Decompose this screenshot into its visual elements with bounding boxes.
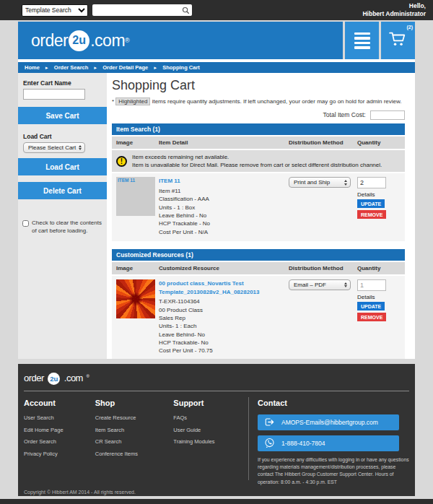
item-quantity-input[interactable] xyxy=(357,177,386,188)
warning-line-1: Item exceeds remaining net available. xyxy=(132,153,382,161)
site-header: order 2u .com ® (2) xyxy=(18,22,415,59)
item-search-section: Item Search (1) Image Item Detail Distri… xyxy=(112,123,405,241)
contact-phone-button[interactable]: 1-888-410-7804 xyxy=(258,435,399,451)
item-details-link[interactable]: Details xyxy=(357,191,401,198)
clear-cart-checkbox-label: Check to clear the contents of cart befo… xyxy=(32,220,102,235)
breadcrumb-arrow-icon: ► xyxy=(93,66,97,70)
total-cost-label: Total Item Cost: xyxy=(323,111,366,118)
footer-link-cr-search[interactable]: CR Search xyxy=(95,438,174,445)
delete-cart-button[interactable]: Delete Cart xyxy=(18,182,107,199)
footer-heading-account: Account xyxy=(24,399,95,407)
item-detail-line: Units - 1 : Box xyxy=(159,204,289,212)
item-image[interactable]: ITEM 11 xyxy=(116,177,155,216)
resource-update-button[interactable]: UPDATE xyxy=(357,302,385,310)
cart-button[interactable]: (2) xyxy=(381,22,415,59)
footer-link-conference-items[interactable]: Conference Items xyxy=(95,451,174,457)
resource-thumbnail-image[interactable] xyxy=(116,279,155,318)
footer-link-user-guide[interactable]: User Guide xyxy=(173,427,248,433)
resource-detail-line: Units- 1 : Each xyxy=(159,322,289,330)
search-category-select[interactable]: Template Search xyxy=(22,4,88,17)
breadcrumb-arrow-icon: ► xyxy=(45,66,49,70)
item-detail-line: Item #11 xyxy=(159,187,289,195)
resource-remove-button[interactable]: REMOVE xyxy=(357,313,386,321)
footer-link-order-search[interactable]: Order Search xyxy=(24,438,95,445)
footer-heading-shop: Shop xyxy=(95,399,174,407)
footer-support-column: Support FAQs User Guide Training Modules xyxy=(173,397,248,486)
breadcrumb-home[interactable]: Home xyxy=(25,64,40,71)
top-utility-bar: Template Search Hello, Hibbert Administr… xyxy=(0,0,433,20)
item-distribution-value: Print and Ship xyxy=(294,179,330,186)
footer-shop-column: Shop Create Resource Item Search CR Sear… xyxy=(95,397,174,486)
site-footer: order 2u .com ® Account User Search Edit… xyxy=(18,364,415,496)
resource-title-link[interactable]: 00 product class_Novartis Test xyxy=(159,279,289,288)
select-arrows-icon xyxy=(79,145,82,151)
resource-detail-line: 00 Product Class xyxy=(159,306,289,314)
menu-button[interactable] xyxy=(345,22,379,59)
highlighted-tag: Highlighted xyxy=(115,97,150,105)
cart-name-label: Enter Cart Name xyxy=(23,79,102,87)
search-input[interactable] xyxy=(92,6,182,14)
footer-link-privacy-policy[interactable]: Privacy Policy xyxy=(24,451,95,457)
footer-account-column: Account User Search Edit Home Page Order… xyxy=(24,397,95,486)
item-detail-line: Cost Per Unit - N/A xyxy=(159,228,289,236)
save-cart-button[interactable]: Save Cart xyxy=(18,107,107,124)
item-update-button[interactable]: UPDATE xyxy=(357,199,385,208)
highlight-note: * Highlighted items require quantity adj… xyxy=(112,98,405,105)
cart-icon xyxy=(388,30,408,51)
warning-line-2: Item is unavailable for Direct Mail. Ple… xyxy=(132,161,382,169)
resource-distribution-select[interactable]: Email – PDF xyxy=(289,279,351,290)
breadcrumb-shopping-cart: Shopping Cart xyxy=(162,64,200,71)
phone-icon xyxy=(264,438,275,450)
col-distribution-method: Distribution Method xyxy=(289,265,357,271)
breadcrumb-order-detail-page[interactable]: Order Detail Page xyxy=(102,64,148,71)
footer-logo[interactable]: order 2u .com ® xyxy=(24,368,409,386)
search-box xyxy=(92,4,192,16)
customized-resource-row: 00 product class_Novartis Test Template_… xyxy=(112,276,405,359)
customized-resources-section: Customized Resources (1) Image Customize… xyxy=(112,249,405,359)
resource-distribution-value: Email – PDF xyxy=(294,282,326,288)
col-customized-resource: Customized Resource xyxy=(159,265,289,271)
cart-name-input[interactable] xyxy=(23,89,85,100)
customized-resources-column-headers: Image Customized Resource Distribution M… xyxy=(112,262,405,274)
col-image: Image xyxy=(116,139,159,146)
logo-registered-mark: ® xyxy=(125,37,130,44)
search-icon[interactable] xyxy=(182,6,190,14)
footer-link-item-search[interactable]: Item Search xyxy=(95,427,174,433)
resource-quantity-input[interactable] xyxy=(357,279,386,291)
item-search-section-header: Item Search (1) xyxy=(112,123,405,135)
item-detail-line: HCP Trackable - No xyxy=(159,220,289,227)
footer-link-training-modules[interactable]: Training Modules xyxy=(173,438,248,445)
note-text: items require quantity adjustments. If l… xyxy=(152,98,402,105)
user-greeting: Hello, Hibbert Administrator xyxy=(362,2,426,19)
footer-link-edit-home-page[interactable]: Edit Home Page xyxy=(24,427,95,433)
hamburger-icon xyxy=(354,30,370,51)
warning-icon: ! xyxy=(116,156,127,167)
resource-title-link-line2[interactable]: Template_20130828v2_HA_08282013 xyxy=(159,288,289,297)
footer-link-user-search[interactable]: User Search xyxy=(24,414,95,421)
load-cart-button[interactable]: Load Cart xyxy=(18,158,107,175)
footer-heading-support: Support xyxy=(173,399,248,407)
col-item-detail: Item Detail xyxy=(159,139,289,146)
note-asterisk: * xyxy=(112,98,114,105)
footer-link-faqs[interactable]: FAQs xyxy=(173,414,248,421)
contact-email-button[interactable]: AMOPS-Emails@hibbertgroup.com xyxy=(258,414,399,430)
load-cart-select-value: Please Select Cart xyxy=(28,144,76,151)
load-cart-select[interactable]: Please Select Cart xyxy=(23,142,85,153)
item-title-link[interactable]: ITEM 11 xyxy=(159,177,289,186)
item-image-alt: ITEM 11 xyxy=(118,178,135,183)
breadcrumb-arrow-icon: ► xyxy=(153,66,157,70)
footer-logo-2u-circle: 2u xyxy=(48,373,60,385)
support-hours-text: If you experience any difficulties with … xyxy=(258,456,409,486)
resource-details-link[interactable]: Details xyxy=(357,294,401,300)
total-cost-input[interactable] xyxy=(370,110,405,120)
breadcrumb-order-search[interactable]: Order Search xyxy=(54,64,89,71)
item-remove-button[interactable]: REMOVE xyxy=(357,210,386,219)
item-distribution-select[interactable]: Print and Ship xyxy=(289,177,351,188)
bottom-edge-bar xyxy=(0,499,433,504)
footer-divider xyxy=(24,391,409,391)
col-distribution-method: Distribution Method xyxy=(289,139,357,146)
footer-link-create-resource[interactable]: Create Resource xyxy=(95,414,174,421)
site-logo[interactable]: order 2u .com ® xyxy=(18,22,343,59)
clear-cart-checkbox[interactable] xyxy=(22,220,29,227)
load-cart-label: Load Cart xyxy=(23,133,102,140)
